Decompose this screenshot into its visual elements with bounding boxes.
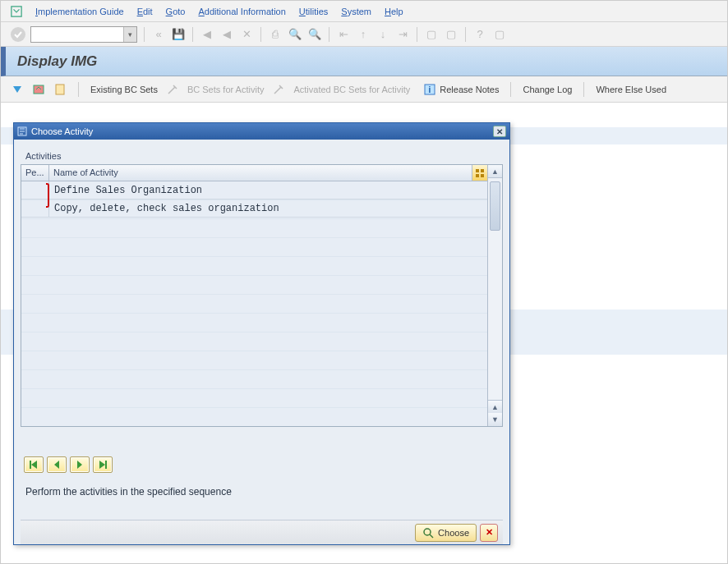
grid-body: Define Sales Organization Copy, delete, … xyxy=(21,181,487,426)
cancel-button[interactable]: ✕ xyxy=(480,524,498,542)
magnifier-icon xyxy=(422,527,434,539)
first-page-icon[interactable]: ⇤ xyxy=(336,27,351,42)
page-last-button[interactable] xyxy=(93,456,113,473)
separator xyxy=(192,27,193,42)
last-page-icon[interactable]: ⇥ xyxy=(395,27,410,42)
separator xyxy=(260,27,261,42)
layout-icon[interactable]: ▢ xyxy=(492,27,507,42)
activities-grid: Pe... Name of Activity Define Sales Orga… xyxy=(21,164,503,427)
cell-pe xyxy=(21,199,49,217)
next-page-icon[interactable]: ↓ xyxy=(376,27,390,42)
choose-button-label: Choose xyxy=(438,528,469,538)
print-icon[interactable]: ⎙ xyxy=(268,27,283,42)
paging-buttons xyxy=(21,427,503,476)
page-prev-button[interactable] xyxy=(47,456,67,473)
new-session-icon[interactable]: ▢ xyxy=(424,27,439,42)
shortcut-icon[interactable]: ▢ xyxy=(444,27,458,42)
separator xyxy=(417,27,417,42)
change-log-link[interactable]: Change Log xyxy=(523,85,572,94)
page-next-button[interactable] xyxy=(70,456,90,473)
bc-sets-for-activity-link[interactable]: BC Sets for Activity xyxy=(187,85,265,94)
sap-main-window: Implementation Guide Edit Goto Additiona… xyxy=(0,0,728,564)
instruction-text: Perform the activities in the specified … xyxy=(21,476,503,501)
help-icon[interactable]: ? xyxy=(472,27,487,42)
page-first-button[interactable] xyxy=(24,456,44,473)
choose-activity-dialog: Choose Activity ✕ Activities Pe... Name … xyxy=(13,122,510,545)
separator xyxy=(144,27,145,42)
dialog-footer: Choose ✕ xyxy=(21,520,503,544)
grouping-bracket-icon xyxy=(46,183,49,199)
command-dropdown-icon[interactable]: ▾ xyxy=(123,27,136,42)
dialog-body: Activities Pe... Name of Activity Define… xyxy=(14,140,509,544)
page-title-bar: Display IMG xyxy=(1,47,727,76)
menu-bar: Implementation Guide Edit Goto Additiona… xyxy=(1,1,727,22)
svg-rect-9 xyxy=(481,174,484,177)
attributes-icon[interactable] xyxy=(53,83,67,96)
grouping-bracket-icon xyxy=(46,199,49,208)
separator xyxy=(329,27,329,42)
menu-additional-info[interactable]: Additional Information xyxy=(198,7,285,16)
menu-help[interactable]: Help xyxy=(385,7,403,16)
scroll-up2-icon[interactable]: ▲ xyxy=(488,400,502,413)
info-icon: i xyxy=(423,83,436,96)
back-nav-icon[interactable]: ◀ xyxy=(200,27,214,42)
separator xyxy=(78,82,79,97)
table-row[interactable]: Define Sales Organization xyxy=(21,181,487,199)
enter-icon[interactable] xyxy=(11,27,25,42)
find-icon[interactable]: 🔍 xyxy=(288,27,302,42)
release-notes-link: Release Notes xyxy=(440,85,499,94)
svg-rect-10 xyxy=(30,461,31,469)
back-icon[interactable]: « xyxy=(151,27,166,42)
svg-line-13 xyxy=(430,534,433,538)
prev-page-icon[interactable]: ↑ xyxy=(356,27,371,42)
menu-implementation-guide[interactable]: Implementation Guide xyxy=(35,7,124,16)
separator xyxy=(510,82,511,97)
release-notes-group[interactable]: i Release Notes xyxy=(423,83,499,96)
collapse-icon[interactable] xyxy=(32,83,45,96)
wand-icon xyxy=(166,83,179,96)
column-header-pe[interactable]: Pe... xyxy=(21,165,49,181)
cancel-icon[interactable]: ✕ xyxy=(239,27,254,42)
page-title: Display IMG xyxy=(17,53,97,70)
application-toolbar: Existing BC Sets BC Sets for Activity Ac… xyxy=(1,76,727,103)
grid-config-button[interactable] xyxy=(472,165,487,181)
scroll-down-icon[interactable]: ▼ xyxy=(488,413,502,426)
activities-section-label: Activities xyxy=(21,148,503,164)
table-row[interactable]: Copy, delete, check sales organization xyxy=(21,199,487,218)
svg-text:i: i xyxy=(429,85,431,94)
cell-name: Copy, delete, check sales organization xyxy=(49,203,487,214)
wand-icon xyxy=(272,83,285,96)
save-icon[interactable]: 💾 xyxy=(171,27,186,42)
activated-bc-sets-link[interactable]: Activated BC Sets for Activity xyxy=(293,85,410,94)
dialog-icon xyxy=(17,126,27,136)
svg-rect-11 xyxy=(105,461,107,469)
scroll-thumb[interactable] xyxy=(490,181,500,231)
svg-point-12 xyxy=(424,529,431,535)
exit-icon[interactable]: ◀ xyxy=(219,27,234,42)
dialog-titlebar[interactable]: Choose Activity ✕ xyxy=(14,123,509,140)
dialog-close-button[interactable]: ✕ xyxy=(493,126,506,137)
svg-rect-7 xyxy=(481,169,484,172)
svg-rect-8 xyxy=(476,174,479,177)
find-next-icon[interactable]: 🔍 xyxy=(307,27,322,42)
cell-pe xyxy=(21,181,49,199)
grid-scrollbar[interactable]: ▲ ▲ ▼ xyxy=(487,165,502,426)
grid-header: Pe... Name of Activity xyxy=(21,165,487,181)
where-else-used-link[interactable]: Where Else Used xyxy=(596,85,666,94)
existing-bc-sets-link[interactable]: Existing BC Sets xyxy=(90,85,158,94)
choose-button[interactable]: Choose xyxy=(415,524,477,542)
sap-menu-icon[interactable] xyxy=(11,6,22,17)
svg-rect-6 xyxy=(476,169,479,172)
menu-goto[interactable]: Goto xyxy=(166,7,186,16)
separator xyxy=(583,82,584,97)
standard-toolbar: ▾ « 💾 ◀ ◀ ✕ ⎙ 🔍 🔍 ⇤ ↑ ↓ ⇥ ▢ ▢ ? ▢ xyxy=(1,22,727,47)
scroll-track[interactable] xyxy=(488,178,502,400)
command-field[interactable]: ▾ xyxy=(30,26,137,43)
column-header-name[interactable]: Name of Activity xyxy=(49,165,472,181)
scroll-up-icon[interactable]: ▲ xyxy=(488,165,502,178)
menu-utilities[interactable]: Utilities xyxy=(299,7,328,16)
menu-system[interactable]: System xyxy=(341,7,371,16)
expand-icon[interactable] xyxy=(11,83,24,96)
menu-edit[interactable]: Edit xyxy=(137,7,153,16)
dialog-title: Choose Activity xyxy=(31,126,93,136)
